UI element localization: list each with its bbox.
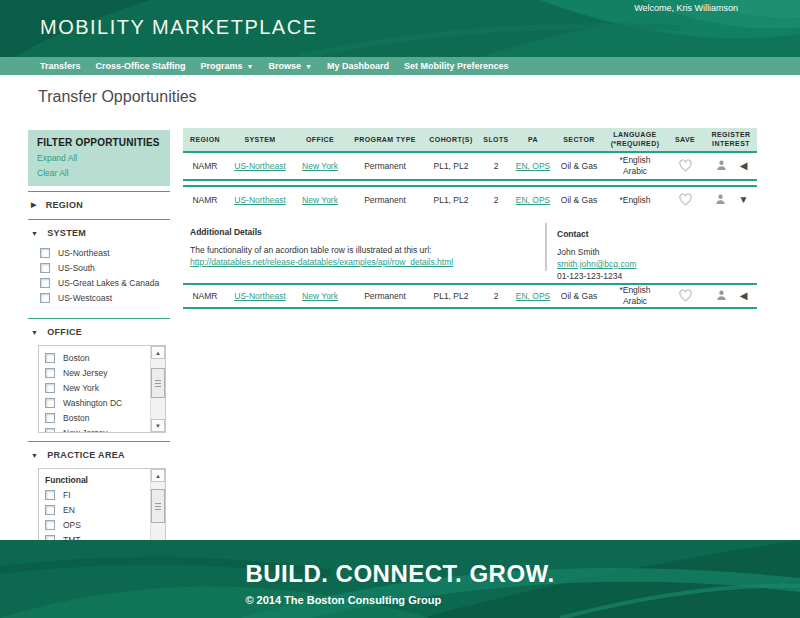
table-row: NAMR US-Northeast New York Permanent PL1… bbox=[183, 153, 757, 181]
office-link[interactable]: New York bbox=[302, 195, 338, 205]
save-heart-icon[interactable] bbox=[677, 287, 694, 303]
filter-section-label: SYSTEM bbox=[47, 228, 86, 238]
nav-item-browse[interactable]: Browse▼ bbox=[269, 61, 312, 71]
transfer-opportunities-table: REGION SYSTEM OFFICE PROGRAM TYPE COHORT… bbox=[183, 128, 757, 309]
scroll-up-icon[interactable]: ▲ bbox=[151, 469, 165, 482]
additional-details-title: Additional Details bbox=[190, 227, 757, 237]
checkbox-icon[interactable] bbox=[45, 383, 55, 393]
filter-option-new-york[interactable]: New York bbox=[45, 380, 144, 395]
filter-option-new-jersey-2[interactable]: New Jersey bbox=[45, 425, 144, 433]
checkbox-icon[interactable] bbox=[45, 490, 55, 500]
expand-row-icon[interactable]: ◀ bbox=[740, 291, 748, 301]
scrollbar-thumb[interactable] bbox=[151, 489, 165, 523]
filter-section-label: REGION bbox=[46, 200, 83, 210]
pa-link[interactable]: EN, OPS bbox=[516, 291, 550, 301]
nav-item-transfers[interactable]: Transfers bbox=[40, 61, 81, 71]
checkbox-icon[interactable] bbox=[45, 413, 55, 423]
register-interest-person-icon[interactable] bbox=[715, 159, 728, 172]
checkbox-icon[interactable] bbox=[45, 520, 55, 530]
checkbox-icon[interactable] bbox=[45, 398, 55, 408]
save-heart-icon[interactable] bbox=[677, 191, 694, 207]
app-footer: BUILD. CONNECT. GROW. © 2014 The Boston … bbox=[0, 540, 800, 618]
filter-option-washington-dc[interactable]: Washington DC bbox=[45, 395, 144, 410]
filter-option-boston-2[interactable]: Boston bbox=[45, 410, 144, 425]
option-label: FI bbox=[63, 490, 71, 500]
table-row: NAMR US-Northeast New York Permanent PL1… bbox=[183, 283, 757, 309]
filter-option-fi[interactable]: FI bbox=[45, 487, 144, 502]
nav-label: Cross-Office Staffing bbox=[96, 61, 186, 71]
filter-section-system: ▼ SYSTEM US-Northeast US-South US-Great … bbox=[28, 219, 170, 313]
option-label: New York bbox=[63, 383, 99, 393]
collapse-row-icon[interactable]: ▼ bbox=[739, 195, 749, 205]
filter-option-en[interactable]: EN bbox=[45, 502, 144, 517]
cell-program-type: Permanent bbox=[347, 195, 423, 205]
option-label: US-South bbox=[58, 263, 95, 273]
checkbox-icon[interactable] bbox=[40, 263, 50, 273]
filter-section-region-header[interactable]: ▶ REGION bbox=[28, 198, 170, 214]
nav-item-set-mobility-preferences[interactable]: Set Mobility Preferences bbox=[404, 61, 509, 71]
filter-option-us-south[interactable]: US-South bbox=[40, 260, 170, 275]
cell-cohorts: PL1, PL2 bbox=[423, 161, 479, 171]
footer-copyright: © 2014 The Boston Consulting Group bbox=[245, 594, 554, 606]
scrollbar-thumb[interactable] bbox=[151, 368, 165, 398]
system-options: US-Northeast US-South US-Great Lakes & C… bbox=[28, 242, 170, 313]
pa-link[interactable]: EN, OPS bbox=[516, 161, 550, 171]
checkbox-icon[interactable] bbox=[40, 278, 50, 288]
nav-item-my-dashboard[interactable]: My Dashboard bbox=[327, 61, 389, 71]
filter-option-us-northeast[interactable]: US-Northeast bbox=[40, 245, 170, 260]
system-link[interactable]: US-Northeast bbox=[234, 195, 286, 205]
cell-sector: Oil & Gas bbox=[553, 291, 605, 301]
chevron-down-icon: ▼ bbox=[31, 452, 38, 459]
language-line: *English bbox=[607, 155, 663, 166]
option-label: US-Northeast bbox=[58, 248, 110, 258]
checkbox-icon[interactable] bbox=[45, 428, 55, 434]
checkbox-icon[interactable] bbox=[40, 293, 50, 303]
row-details-panel: Additional Details The functionality of … bbox=[183, 213, 757, 283]
option-label: New Jersey bbox=[63, 428, 107, 434]
cell-language: *English bbox=[605, 195, 665, 206]
details-url-link[interactable]: http://datatables.net/release-datatables… bbox=[190, 257, 453, 267]
system-link[interactable]: US-Northeast bbox=[234, 291, 286, 301]
nav-label: My Dashboard bbox=[327, 61, 389, 71]
option-label: Washington DC bbox=[63, 398, 122, 408]
filter-section-office-header[interactable]: ▼ OFFICE bbox=[28, 325, 170, 341]
office-link[interactable]: New York bbox=[302, 161, 338, 171]
nav-item-cross-office-staffing[interactable]: Cross-Office Staffing bbox=[96, 61, 186, 71]
checkbox-icon[interactable] bbox=[45, 368, 55, 378]
scroll-down-icon[interactable]: ▼ bbox=[151, 419, 165, 432]
register-interest-person-icon[interactable] bbox=[715, 289, 728, 302]
details-divider bbox=[545, 223, 547, 271]
checkbox-icon[interactable] bbox=[45, 505, 55, 515]
col-header-region: REGION bbox=[183, 135, 227, 144]
filter-option-ops[interactable]: OPS bbox=[45, 517, 144, 532]
pa-link[interactable]: EN, OPS bbox=[516, 195, 550, 205]
checkbox-icon[interactable] bbox=[45, 353, 55, 363]
register-interest-person-icon[interactable] bbox=[714, 193, 727, 206]
app-title: MOBILITY MARKETPLACE bbox=[40, 16, 317, 39]
clear-all-link[interactable]: Clear All bbox=[37, 168, 160, 178]
system-link[interactable]: US-Northeast bbox=[234, 161, 286, 171]
contact-email-link[interactable]: smith.john@bcg.com bbox=[557, 259, 637, 269]
option-label: Boston bbox=[63, 413, 89, 423]
checkbox-icon[interactable] bbox=[40, 248, 50, 258]
filter-section-system-header[interactable]: ▼ SYSTEM bbox=[28, 226, 170, 242]
cell-slots: 2 bbox=[479, 161, 513, 171]
filter-option-boston[interactable]: Boston bbox=[45, 350, 144, 365]
chevron-down-icon: ▼ bbox=[305, 63, 312, 70]
cell-program-type: Permanent bbox=[347, 291, 423, 301]
expand-all-link[interactable]: Expand All bbox=[37, 153, 160, 163]
scroll-up-icon[interactable]: ▲ bbox=[151, 346, 165, 359]
save-heart-icon[interactable] bbox=[677, 157, 694, 173]
cell-cohorts: PL1, PL2 bbox=[423, 195, 479, 205]
group-label-functional: Functional bbox=[45, 473, 144, 487]
cell-region: NAMR bbox=[183, 161, 227, 171]
nav-item-programs[interactable]: Programs▼ bbox=[201, 61, 254, 71]
office-link[interactable]: New York bbox=[302, 291, 338, 301]
expand-row-icon[interactable]: ◀ bbox=[740, 161, 748, 171]
office-scrollbar[interactable]: ▲ ▼ bbox=[150, 346, 165, 432]
filter-option-new-jersey[interactable]: New Jersey bbox=[45, 365, 144, 380]
filter-option-us-great-lakes[interactable]: US-Great Lakes & Canada bbox=[40, 275, 170, 290]
filter-section-practice-area-header[interactable]: ▼ PRACTICE AREA bbox=[28, 448, 170, 464]
contact-title: Contact bbox=[557, 229, 637, 239]
filter-option-us-westcoast[interactable]: US-Westcoast bbox=[40, 290, 170, 305]
